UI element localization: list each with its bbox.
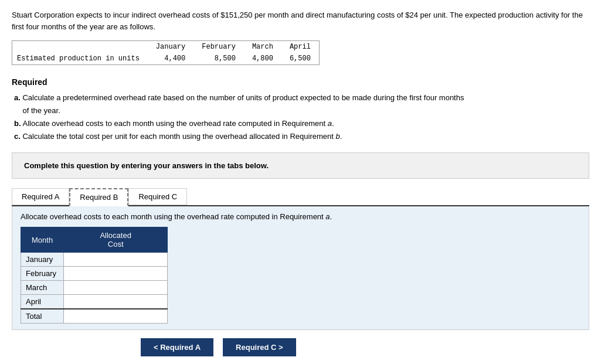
allocated-cost-total-input[interactable] [66, 312, 165, 321]
cost-row-january: January [21, 253, 168, 267]
month-february: February [21, 267, 64, 281]
tab-required-c[interactable]: Required C [128, 188, 187, 205]
production-february: 8,500 [193, 53, 244, 64]
production-row-label: Estimated production in units [12, 53, 148, 64]
allocated-cost-march-input[interactable] [66, 283, 165, 292]
production-january: 4,400 [148, 53, 193, 64]
col-header-april: April [281, 41, 319, 53]
requirement-b: b. Allocate overhead costs to each month… [14, 117, 589, 130]
production-table: January February March April Estimated p… [12, 41, 319, 64]
cost-row-april: April [21, 295, 168, 309]
allocated-cost-february[interactable] [64, 267, 168, 281]
nav-buttons: < Required A Required C > [12, 338, 589, 356]
cost-header-allocated: AllocatedCost [64, 227, 168, 253]
cost-row-total: Total [21, 309, 168, 324]
cost-table-section: Month AllocatedCost January February [21, 227, 580, 324]
month-march: March [21, 281, 64, 295]
production-march: 4,800 [244, 53, 281, 64]
col-header-march: March [244, 41, 281, 53]
next-button-label: Required C > [236, 343, 283, 352]
production-table-wrapper: January February March April Estimated p… [12, 40, 320, 65]
prev-button-label: < Required A [154, 343, 201, 352]
col-header-january: January [148, 41, 193, 53]
prev-button[interactable]: < Required A [141, 338, 213, 356]
month-january: January [21, 253, 64, 267]
allocated-cost-april-input[interactable] [66, 297, 165, 306]
col-header-february: February [193, 41, 244, 53]
month-april: April [21, 295, 64, 309]
intro-paragraph: Stuart Corporation expects to incur indi… [12, 9, 589, 32]
production-april: 6,500 [281, 53, 319, 64]
complete-box-text: Complete this question by entering your … [24, 161, 269, 170]
total-label: Total [21, 309, 64, 324]
required-heading: Required [12, 77, 589, 87]
tabs-row: Required A Required B Required C [12, 187, 589, 206]
allocated-cost-february-input[interactable] [66, 269, 165, 278]
requirement-a: a. Calculate a predetermined overhead ra… [14, 91, 589, 117]
tab-description: Allocate overhead costs to each month us… [21, 212, 332, 221]
tab-required-b-label: Required B [80, 193, 118, 202]
allocated-cost-january[interactable] [64, 253, 168, 267]
allocated-cost-march[interactable] [64, 281, 168, 295]
tab-content-area: Allocate overhead costs to each month us… [12, 206, 589, 330]
cost-table: Month AllocatedCost January February [21, 227, 168, 324]
allocated-cost-total[interactable] [64, 309, 168, 324]
cost-row-february: February [21, 267, 168, 281]
requirements-list: a. Calculate a predetermined overhead ra… [12, 91, 589, 143]
tab-required-a-label: Required A [22, 192, 59, 201]
allocated-cost-january-input[interactable] [66, 255, 165, 264]
cost-header-month: Month [21, 227, 64, 253]
empty-header [12, 41, 148, 53]
tab-required-a[interactable]: Required A [12, 188, 69, 205]
tab-required-c-label: Required C [138, 192, 177, 201]
cost-row-march: March [21, 281, 168, 295]
tab-required-b[interactable]: Required B [69, 188, 128, 206]
next-button[interactable]: Required C > [223, 338, 296, 356]
requirement-c: c. Calculate the total cost per unit for… [14, 130, 589, 143]
allocated-cost-april[interactable] [64, 295, 168, 309]
complete-box: Complete this question by entering your … [12, 152, 589, 179]
